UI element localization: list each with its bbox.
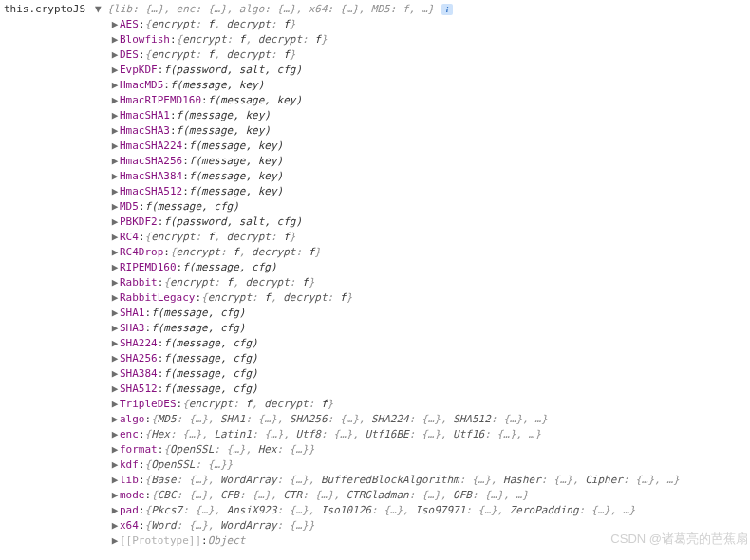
property-row[interactable]: ▶Rabbit: {encrypt: f, decrypt: f} bbox=[110, 275, 750, 290]
caret-right-icon[interactable]: ▶ bbox=[110, 442, 120, 457]
object-preview[interactable]: {Pkcs7: {…}, AnsiX923: {…}, Iso10126: {…… bbox=[145, 503, 636, 518]
object-summary[interactable]: {lib: {…}, enc: {…}, algo: {…}, x64: {…}… bbox=[107, 2, 434, 17]
property-row[interactable]: ▶SHA224: f (message, cfg) bbox=[110, 336, 750, 351]
property-row[interactable]: ▶TripleDES: {encrypt: f, decrypt: f} bbox=[110, 397, 750, 412]
property-row[interactable]: ▶HmacSHA384: f (message, key) bbox=[110, 169, 750, 184]
property-name[interactable]: SHA512 bbox=[120, 382, 158, 397]
caret-right-icon[interactable]: ▶ bbox=[110, 139, 120, 154]
property-row[interactable]: ▶HmacMD5: f (message, key) bbox=[110, 78, 750, 93]
caret-right-icon[interactable]: ▶ bbox=[110, 78, 120, 93]
caret-right-icon[interactable]: ▶ bbox=[110, 260, 120, 275]
property-name[interactable]: HmacRIPEMD160 bbox=[120, 93, 201, 108]
caret-right-icon[interactable]: ▶ bbox=[110, 306, 120, 321]
property-name[interactable]: DES bbox=[120, 47, 139, 63]
property-name[interactable]: PBKDF2 bbox=[120, 215, 158, 230]
caret-right-icon[interactable]: ▶ bbox=[110, 397, 120, 412]
caret-right-icon[interactable]: ▶ bbox=[110, 382, 120, 397]
property-name[interactable]: MD5 bbox=[120, 199, 139, 215]
property-name[interactable]: pad bbox=[120, 503, 139, 518]
caret-right-icon[interactable]: ▶ bbox=[110, 230, 120, 245]
property-row[interactable]: ▶Blowfish: {encrypt: f, decrypt: f} bbox=[110, 32, 750, 47]
property-name[interactable]: SHA256 bbox=[120, 351, 158, 366]
object-preview[interactable]: {encrypt: f, decrypt: f} bbox=[145, 230, 296, 245]
property-name[interactable]: RC4 bbox=[120, 230, 139, 245]
property-row[interactable]: ▶pad: {Pkcs7: {…}, AnsiX923: {…}, Iso101… bbox=[110, 503, 750, 518]
object-preview[interactable]: {Base: {…}, WordArray: {…}, BufferedBloc… bbox=[145, 473, 680, 488]
caret-right-icon[interactable]: ▶ bbox=[110, 215, 120, 230]
property-row[interactable]: ▶SHA256: f (message, cfg) bbox=[110, 351, 750, 366]
caret-right-icon[interactable]: ▶ bbox=[110, 93, 120, 108]
caret-right-icon[interactable]: ▶ bbox=[110, 17, 120, 32]
object-preview[interactable]: {encrypt: f, decrypt: f} bbox=[145, 17, 296, 32]
caret-right-icon[interactable]: ▶ bbox=[110, 533, 120, 549]
property-row[interactable]: ▶HmacRIPEMD160: f (message, key) bbox=[110, 93, 750, 108]
property-name[interactable]: HmacSHA384 bbox=[120, 169, 182, 184]
caret-right-icon[interactable]: ▶ bbox=[110, 290, 120, 306]
property-name[interactable]: RC4Drop bbox=[120, 245, 163, 260]
property-row[interactable]: ▶RIPEMD160: f (message, cfg) bbox=[110, 260, 750, 275]
property-name[interactable]: RabbitLegacy bbox=[120, 290, 195, 306]
caret-right-icon[interactable]: ▶ bbox=[110, 427, 120, 442]
object-preview[interactable]: {CBC: {…}, CFB: {…}, CTR: {…}, CTRGladma… bbox=[151, 488, 528, 503]
property-name[interactable]: HmacSHA224 bbox=[120, 139, 182, 154]
caret-right-icon[interactable]: ▶ bbox=[110, 199, 120, 215]
property-row[interactable]: ▶kdf: {OpenSSL: {…}} bbox=[110, 457, 750, 473]
object-preview[interactable]: {encrypt: f, decrypt: f} bbox=[177, 32, 328, 47]
caret-right-icon[interactable]: ▶ bbox=[110, 473, 120, 488]
property-row[interactable]: ▶SHA384: f (message, cfg) bbox=[110, 366, 750, 382]
property-row[interactable]: ▶HmacSHA224: f (message, key) bbox=[110, 139, 750, 154]
property-row[interactable]: ▶mode: {CBC: {…}, CFB: {…}, CTR: {…}, CT… bbox=[110, 488, 750, 503]
caret-right-icon[interactable]: ▶ bbox=[110, 63, 120, 78]
property-name[interactable]: HmacSHA3 bbox=[120, 123, 170, 139]
caret-right-icon[interactable]: ▶ bbox=[110, 503, 120, 518]
caret-right-icon[interactable]: ▶ bbox=[110, 366, 120, 382]
caret-right-icon[interactable]: ▶ bbox=[110, 32, 120, 47]
object-preview[interactable]: {MD5: {…}, SHA1: {…}, SHA256: {…}, SHA22… bbox=[151, 412, 547, 427]
property-name[interactable]: x64 bbox=[120, 518, 139, 533]
property-name[interactable]: algo bbox=[120, 412, 145, 427]
toggle-down-icon[interactable]: ▼ bbox=[95, 2, 102, 17]
property-name[interactable]: HmacSHA1 bbox=[120, 108, 170, 123]
property-row[interactable]: ▶RabbitLegacy: {encrypt: f, decrypt: f} bbox=[110, 290, 750, 306]
object-preview[interactable]: {encrypt: f, decrypt: f} bbox=[170, 245, 321, 260]
property-name[interactable]: enc bbox=[120, 427, 139, 442]
property-name[interactable]: RIPEMD160 bbox=[120, 260, 177, 275]
property-row[interactable]: ▶lib: {Base: {…}, WordArray: {…}, Buffer… bbox=[110, 473, 750, 488]
property-row[interactable]: ▶SHA512: f (message, cfg) bbox=[110, 382, 750, 397]
property-row[interactable]: ▶DES: {encrypt: f, decrypt: f} bbox=[110, 47, 750, 63]
object-preview[interactable]: {OpenSSL: {…}, Hex: {…}} bbox=[163, 442, 314, 457]
caret-right-icon[interactable]: ▶ bbox=[110, 518, 120, 533]
caret-right-icon[interactable]: ▶ bbox=[110, 412, 120, 427]
property-row[interactable]: ▶format: {OpenSSL: {…}, Hex: {…}} bbox=[110, 442, 750, 457]
caret-right-icon[interactable]: ▶ bbox=[110, 184, 120, 199]
property-row[interactable]: ▶SHA1: f (message, cfg) bbox=[110, 306, 750, 321]
property-row[interactable]: ▶EvpKDF: f (password, salt, cfg) bbox=[110, 63, 750, 78]
caret-right-icon[interactable]: ▶ bbox=[110, 275, 120, 290]
caret-right-icon[interactable]: ▶ bbox=[110, 245, 120, 260]
caret-right-icon[interactable]: ▶ bbox=[110, 123, 120, 139]
property-row[interactable]: ▶AES: {encrypt: f, decrypt: f} bbox=[110, 17, 750, 32]
caret-right-icon[interactable]: ▶ bbox=[110, 488, 120, 503]
property-name[interactable]: HmacMD5 bbox=[120, 78, 163, 93]
property-row[interactable]: ▶RC4: {encrypt: f, decrypt: f} bbox=[110, 230, 750, 245]
object-preview[interactable]: {Word: {…}, WordArray: {…}} bbox=[145, 518, 315, 533]
caret-right-icon[interactable]: ▶ bbox=[110, 169, 120, 184]
property-name[interactable]: SHA384 bbox=[120, 366, 158, 382]
property-row[interactable]: ▶enc: {Hex: {…}, Latin1: {…}, Utf8: {…},… bbox=[110, 427, 750, 442]
property-name[interactable]: mode bbox=[120, 488, 145, 503]
property-name[interactable]: SHA1 bbox=[120, 306, 145, 321]
object-preview[interactable]: {encrypt: f, decrypt: f} bbox=[182, 397, 333, 412]
property-name[interactable]: Blowfish bbox=[120, 32, 170, 47]
object-preview[interactable]: {OpenSSL: {…}} bbox=[145, 457, 234, 473]
property-name[interactable]: TripleDES bbox=[120, 397, 177, 412]
property-row[interactable]: ▶HmacSHA512: f (message, key) bbox=[110, 184, 750, 199]
property-row[interactable]: ▶SHA3: f (message, cfg) bbox=[110, 321, 750, 336]
caret-right-icon[interactable]: ▶ bbox=[110, 321, 120, 336]
property-name[interactable]: HmacSHA512 bbox=[120, 184, 182, 199]
property-name[interactable]: HmacSHA256 bbox=[120, 154, 182, 169]
property-name[interactable]: [[Prototype]] bbox=[120, 533, 201, 549]
property-row[interactable]: ▶RC4Drop: {encrypt: f, decrypt: f} bbox=[110, 245, 750, 260]
property-name[interactable]: Rabbit bbox=[120, 275, 158, 290]
property-name[interactable]: format bbox=[120, 442, 158, 457]
object-preview[interactable]: {encrypt: f, decrypt: f} bbox=[163, 275, 314, 290]
